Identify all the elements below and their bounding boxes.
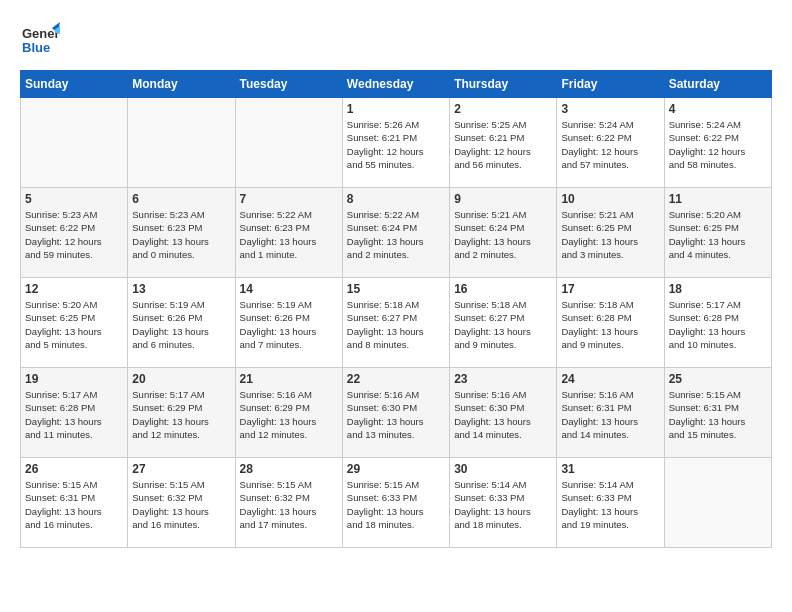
day-info: Sunrise: 5:15 AM Sunset: 6:31 PM Dayligh…: [25, 478, 123, 531]
header-thursday: Thursday: [450, 71, 557, 98]
calendar-cell: 28Sunrise: 5:15 AM Sunset: 6:32 PM Dayli…: [235, 458, 342, 548]
day-number: 5: [25, 192, 123, 206]
header-sunday: Sunday: [21, 71, 128, 98]
day-number: 20: [132, 372, 230, 386]
calendar-cell: 17Sunrise: 5:18 AM Sunset: 6:28 PM Dayli…: [557, 278, 664, 368]
calendar-cell: 4Sunrise: 5:24 AM Sunset: 6:22 PM Daylig…: [664, 98, 771, 188]
day-info: Sunrise: 5:24 AM Sunset: 6:22 PM Dayligh…: [561, 118, 659, 171]
calendar-cell: 2Sunrise: 5:25 AM Sunset: 6:21 PM Daylig…: [450, 98, 557, 188]
week-row-2: 5Sunrise: 5:23 AM Sunset: 6:22 PM Daylig…: [21, 188, 772, 278]
day-info: Sunrise: 5:18 AM Sunset: 6:27 PM Dayligh…: [454, 298, 552, 351]
day-number: 4: [669, 102, 767, 116]
day-info: Sunrise: 5:21 AM Sunset: 6:25 PM Dayligh…: [561, 208, 659, 261]
day-info: Sunrise: 5:19 AM Sunset: 6:26 PM Dayligh…: [240, 298, 338, 351]
header-friday: Friday: [557, 71, 664, 98]
day-info: Sunrise: 5:20 AM Sunset: 6:25 PM Dayligh…: [669, 208, 767, 261]
day-info: Sunrise: 5:17 AM Sunset: 6:28 PM Dayligh…: [669, 298, 767, 351]
day-number: 18: [669, 282, 767, 296]
calendar-cell: 29Sunrise: 5:15 AM Sunset: 6:33 PM Dayli…: [342, 458, 449, 548]
day-info: Sunrise: 5:15 AM Sunset: 6:33 PM Dayligh…: [347, 478, 445, 531]
day-number: 2: [454, 102, 552, 116]
week-row-3: 12Sunrise: 5:20 AM Sunset: 6:25 PM Dayli…: [21, 278, 772, 368]
logo-icon: General Blue: [20, 20, 60, 60]
calendar-cell: 6Sunrise: 5:23 AM Sunset: 6:23 PM Daylig…: [128, 188, 235, 278]
day-info: Sunrise: 5:19 AM Sunset: 6:26 PM Dayligh…: [132, 298, 230, 351]
day-info: Sunrise: 5:21 AM Sunset: 6:24 PM Dayligh…: [454, 208, 552, 261]
calendar-cell: 8Sunrise: 5:22 AM Sunset: 6:24 PM Daylig…: [342, 188, 449, 278]
day-info: Sunrise: 5:16 AM Sunset: 6:29 PM Dayligh…: [240, 388, 338, 441]
day-info: Sunrise: 5:24 AM Sunset: 6:22 PM Dayligh…: [669, 118, 767, 171]
calendar-cell: 21Sunrise: 5:16 AM Sunset: 6:29 PM Dayli…: [235, 368, 342, 458]
day-number: 8: [347, 192, 445, 206]
calendar-cell: 3Sunrise: 5:24 AM Sunset: 6:22 PM Daylig…: [557, 98, 664, 188]
calendar-cell: 7Sunrise: 5:22 AM Sunset: 6:23 PM Daylig…: [235, 188, 342, 278]
day-info: Sunrise: 5:18 AM Sunset: 6:27 PM Dayligh…: [347, 298, 445, 351]
calendar-cell: 23Sunrise: 5:16 AM Sunset: 6:30 PM Dayli…: [450, 368, 557, 458]
day-number: 26: [25, 462, 123, 476]
calendar-cell: 27Sunrise: 5:15 AM Sunset: 6:32 PM Dayli…: [128, 458, 235, 548]
day-number: 6: [132, 192, 230, 206]
calendar-cell: [664, 458, 771, 548]
day-number: 19: [25, 372, 123, 386]
day-number: 23: [454, 372, 552, 386]
calendar-cell: 20Sunrise: 5:17 AM Sunset: 6:29 PM Dayli…: [128, 368, 235, 458]
week-row-1: 1Sunrise: 5:26 AM Sunset: 6:21 PM Daylig…: [21, 98, 772, 188]
day-number: 16: [454, 282, 552, 296]
day-number: 10: [561, 192, 659, 206]
week-row-4: 19Sunrise: 5:17 AM Sunset: 6:28 PM Dayli…: [21, 368, 772, 458]
day-info: Sunrise: 5:20 AM Sunset: 6:25 PM Dayligh…: [25, 298, 123, 351]
day-number: 28: [240, 462, 338, 476]
svg-text:Blue: Blue: [22, 40, 50, 55]
calendar-cell: [21, 98, 128, 188]
header-monday: Monday: [128, 71, 235, 98]
header-wednesday: Wednesday: [342, 71, 449, 98]
day-number: 22: [347, 372, 445, 386]
calendar-cell: [235, 98, 342, 188]
header-tuesday: Tuesday: [235, 71, 342, 98]
calendar-cell: 14Sunrise: 5:19 AM Sunset: 6:26 PM Dayli…: [235, 278, 342, 368]
day-number: 31: [561, 462, 659, 476]
day-number: 13: [132, 282, 230, 296]
day-info: Sunrise: 5:16 AM Sunset: 6:30 PM Dayligh…: [454, 388, 552, 441]
day-info: Sunrise: 5:17 AM Sunset: 6:28 PM Dayligh…: [25, 388, 123, 441]
day-info: Sunrise: 5:16 AM Sunset: 6:30 PM Dayligh…: [347, 388, 445, 441]
page-header: General Blue: [20, 20, 772, 60]
day-info: Sunrise: 5:15 AM Sunset: 6:32 PM Dayligh…: [132, 478, 230, 531]
calendar-cell: 1Sunrise: 5:26 AM Sunset: 6:21 PM Daylig…: [342, 98, 449, 188]
day-info: Sunrise: 5:15 AM Sunset: 6:32 PM Dayligh…: [240, 478, 338, 531]
day-number: 25: [669, 372, 767, 386]
day-number: 7: [240, 192, 338, 206]
calendar-cell: 26Sunrise: 5:15 AM Sunset: 6:31 PM Dayli…: [21, 458, 128, 548]
calendar-cell: [128, 98, 235, 188]
calendar-header-row: SundayMondayTuesdayWednesdayThursdayFrid…: [21, 71, 772, 98]
day-info: Sunrise: 5:18 AM Sunset: 6:28 PM Dayligh…: [561, 298, 659, 351]
day-number: 12: [25, 282, 123, 296]
header-saturday: Saturday: [664, 71, 771, 98]
calendar-cell: 5Sunrise: 5:23 AM Sunset: 6:22 PM Daylig…: [21, 188, 128, 278]
day-info: Sunrise: 5:26 AM Sunset: 6:21 PM Dayligh…: [347, 118, 445, 171]
calendar-cell: 13Sunrise: 5:19 AM Sunset: 6:26 PM Dayli…: [128, 278, 235, 368]
calendar-cell: 16Sunrise: 5:18 AM Sunset: 6:27 PM Dayli…: [450, 278, 557, 368]
day-number: 11: [669, 192, 767, 206]
calendar-cell: 10Sunrise: 5:21 AM Sunset: 6:25 PM Dayli…: [557, 188, 664, 278]
calendar-cell: 15Sunrise: 5:18 AM Sunset: 6:27 PM Dayli…: [342, 278, 449, 368]
calendar-cell: 12Sunrise: 5:20 AM Sunset: 6:25 PM Dayli…: [21, 278, 128, 368]
day-number: 3: [561, 102, 659, 116]
day-number: 17: [561, 282, 659, 296]
day-info: Sunrise: 5:22 AM Sunset: 6:24 PM Dayligh…: [347, 208, 445, 261]
day-number: 15: [347, 282, 445, 296]
day-info: Sunrise: 5:16 AM Sunset: 6:31 PM Dayligh…: [561, 388, 659, 441]
day-info: Sunrise: 5:22 AM Sunset: 6:23 PM Dayligh…: [240, 208, 338, 261]
day-number: 29: [347, 462, 445, 476]
day-info: Sunrise: 5:17 AM Sunset: 6:29 PM Dayligh…: [132, 388, 230, 441]
day-info: Sunrise: 5:14 AM Sunset: 6:33 PM Dayligh…: [454, 478, 552, 531]
calendar-cell: 24Sunrise: 5:16 AM Sunset: 6:31 PM Dayli…: [557, 368, 664, 458]
day-info: Sunrise: 5:23 AM Sunset: 6:22 PM Dayligh…: [25, 208, 123, 261]
week-row-5: 26Sunrise: 5:15 AM Sunset: 6:31 PM Dayli…: [21, 458, 772, 548]
calendar-cell: 11Sunrise: 5:20 AM Sunset: 6:25 PM Dayli…: [664, 188, 771, 278]
day-number: 27: [132, 462, 230, 476]
calendar-cell: 31Sunrise: 5:14 AM Sunset: 6:33 PM Dayli…: [557, 458, 664, 548]
day-info: Sunrise: 5:25 AM Sunset: 6:21 PM Dayligh…: [454, 118, 552, 171]
calendar-cell: 25Sunrise: 5:15 AM Sunset: 6:31 PM Dayli…: [664, 368, 771, 458]
calendar-cell: 18Sunrise: 5:17 AM Sunset: 6:28 PM Dayli…: [664, 278, 771, 368]
